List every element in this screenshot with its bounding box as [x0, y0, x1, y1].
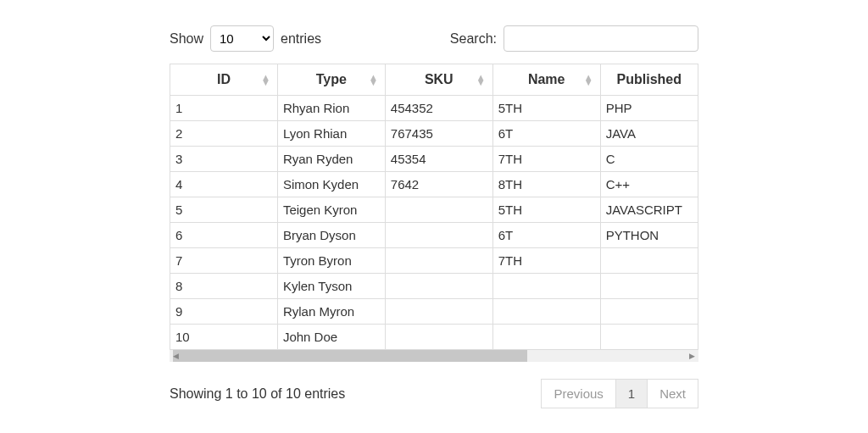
- table-row: 2Lyon Rhian7674356TJAVA: [170, 121, 698, 147]
- cell-published: [600, 248, 698, 274]
- top-controls: Show 10 entries Search:: [170, 25, 698, 52]
- cell-published: [600, 274, 698, 299]
- bottom-controls: Showing 1 to 10 of 10 entries Previous 1…: [170, 379, 698, 408]
- cell-published: [600, 325, 698, 350]
- table-row: 3Ryan Ryden453547THC: [170, 147, 698, 172]
- table-row: 4Simon Kyden76428THC++: [170, 172, 698, 197]
- horizontal-scrollbar[interactable]: ◀ ▶: [170, 350, 698, 362]
- column-header-name[interactable]: Name ▲▼: [492, 64, 600, 96]
- table-wrapper: ID ▲▼ Type ▲▼ SKU ▲▼ Name ▲▼ Published: [170, 64, 698, 362]
- cell-id: 4: [170, 172, 278, 197]
- column-label-type: Type: [316, 72, 347, 86]
- previous-button[interactable]: Previous: [541, 379, 615, 408]
- table-row: 1Rhyan Rion4543525THPHP: [170, 96, 698, 121]
- table-row: 6Bryan Dyson6TPYTHON: [170, 223, 698, 248]
- cell-sku: 454352: [385, 96, 492, 121]
- table-row: 7Tyron Byron7TH: [170, 248, 698, 274]
- cell-type: Kylen Tyson: [277, 274, 385, 299]
- cell-name: 8TH: [492, 172, 600, 197]
- entries-label: entries: [281, 31, 321, 47]
- cell-id: 10: [170, 325, 278, 350]
- cell-name: [492, 299, 600, 325]
- column-label-id: ID: [217, 72, 231, 86]
- cell-name: 6T: [492, 223, 600, 248]
- entries-select[interactable]: 10: [210, 25, 274, 52]
- sort-icon: ▲▼: [584, 75, 593, 85]
- cell-sku: [385, 248, 492, 274]
- table-header-row: ID ▲▼ Type ▲▼ SKU ▲▼ Name ▲▼ Published: [170, 64, 698, 96]
- page-button-1[interactable]: 1: [615, 379, 648, 408]
- cell-published: PYTHON: [600, 223, 698, 248]
- cell-type: Ryan Ryden: [277, 147, 385, 172]
- cell-id: 6: [170, 223, 278, 248]
- cell-type: Bryan Dyson: [277, 223, 385, 248]
- info-text: Showing 1 to 10 of 10 entries: [170, 386, 345, 402]
- scrollbar-thumb[interactable]: [173, 350, 527, 362]
- cell-name: [492, 274, 600, 299]
- table-row: 10John Doe: [170, 325, 698, 350]
- column-label-published: Published: [617, 72, 682, 86]
- cell-type: Rylan Myron: [277, 299, 385, 325]
- cell-name: 6T: [492, 121, 600, 147]
- cell-published: C++: [600, 172, 698, 197]
- table-row: 9Rylan Myron: [170, 299, 698, 325]
- cell-id: 7: [170, 248, 278, 274]
- pagination: Previous 1 Next: [542, 379, 698, 408]
- cell-sku: 7642: [385, 172, 492, 197]
- table-body: 1Rhyan Rion4543525THPHP2Lyon Rhian767435…: [170, 96, 698, 350]
- cell-sku: [385, 299, 492, 325]
- length-control: Show 10 entries: [170, 25, 321, 52]
- cell-sku: 767435: [385, 121, 492, 147]
- cell-sku: [385, 274, 492, 299]
- column-header-type[interactable]: Type ▲▼: [277, 64, 385, 96]
- cell-type: Lyon Rhian: [277, 121, 385, 147]
- cell-name: [492, 325, 600, 350]
- sort-icon: ▲▼: [261, 75, 270, 85]
- scroll-left-icon: ◀: [173, 352, 179, 360]
- cell-name: 7TH: [492, 147, 600, 172]
- cell-sku: [385, 223, 492, 248]
- cell-type: Tyron Byron: [277, 248, 385, 274]
- column-header-id[interactable]: ID ▲▼: [170, 64, 278, 96]
- table-row: 8Kylen Tyson: [170, 274, 698, 299]
- cell-id: 3: [170, 147, 278, 172]
- search-label: Search:: [450, 31, 497, 47]
- cell-type: Rhyan Rion: [277, 96, 385, 121]
- scroll-right-icon: ▶: [689, 352, 695, 360]
- next-button[interactable]: Next: [647, 379, 698, 408]
- sort-icon: ▲▼: [476, 75, 486, 85]
- column-label-name: Name: [528, 72, 565, 86]
- search-input[interactable]: [504, 25, 698, 52]
- cell-published: JAVASCRIPT: [600, 197, 698, 223]
- cell-type: Simon Kyden: [277, 172, 385, 197]
- cell-id: 8: [170, 274, 278, 299]
- cell-name: 5TH: [492, 96, 600, 121]
- cell-id: 2: [170, 121, 278, 147]
- cell-sku: [385, 197, 492, 223]
- cell-sku: 45354: [385, 147, 492, 172]
- data-table: ID ▲▼ Type ▲▼ SKU ▲▼ Name ▲▼ Published: [170, 64, 698, 350]
- column-header-sku[interactable]: SKU ▲▼: [385, 64, 492, 96]
- cell-sku: [385, 325, 492, 350]
- cell-type: Teigen Kyron: [277, 197, 385, 223]
- cell-id: 9: [170, 299, 278, 325]
- column-label-sku: SKU: [425, 72, 453, 86]
- cell-published: JAVA: [600, 121, 698, 147]
- cell-id: 1: [170, 96, 278, 121]
- cell-published: [600, 299, 698, 325]
- search-control: Search:: [450, 25, 698, 52]
- cell-published: C: [600, 147, 698, 172]
- cell-name: 7TH: [492, 248, 600, 274]
- sort-icon: ▲▼: [369, 75, 378, 85]
- table-row: 5Teigen Kyron5THJAVASCRIPT: [170, 197, 698, 223]
- cell-type: John Doe: [277, 325, 385, 350]
- show-label: Show: [170, 31, 203, 47]
- cell-published: PHP: [600, 96, 698, 121]
- column-header-published[interactable]: Published: [600, 64, 698, 96]
- cell-name: 5TH: [492, 197, 600, 223]
- cell-id: 5: [170, 197, 278, 223]
